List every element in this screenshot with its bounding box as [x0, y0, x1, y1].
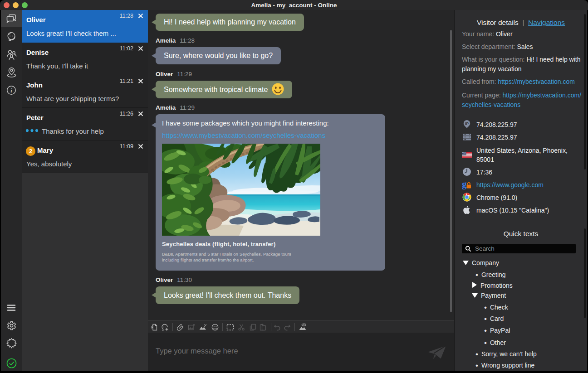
svg-text:g: g: [462, 179, 467, 189]
svg-text:i: i: [10, 87, 12, 94]
svg-text:IP: IP: [465, 121, 469, 126]
